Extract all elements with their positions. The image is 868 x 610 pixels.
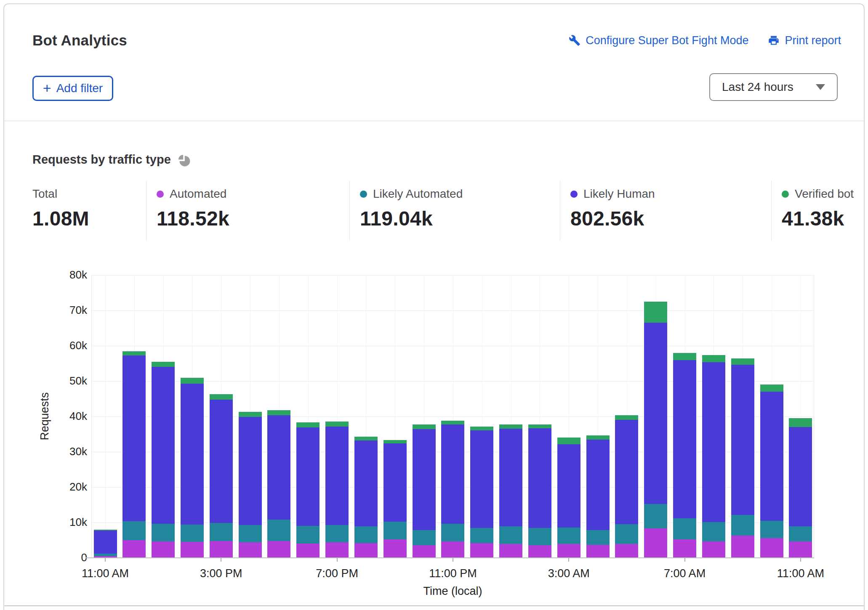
bar-segment-verified-bot-1100am <box>789 418 812 427</box>
stat-value-verified-bot: 41.38k <box>782 207 854 230</box>
bar-segment-likely-human-500am <box>615 420 638 525</box>
bar-segment-likely-human-700pm <box>325 427 349 525</box>
time-range-dropdown[interactable]: Last 24 hours <box>709 73 838 101</box>
bar-segment-likely-automated-200am <box>528 528 551 545</box>
bar-segment-likely-human-1000am <box>760 392 783 521</box>
y-axis-title: Requests <box>38 374 51 459</box>
horizontal-gridline <box>91 346 814 346</box>
bar-segment-automated-1200am <box>470 543 493 558</box>
x-axis-tick-label: 7:00 AM <box>643 567 727 580</box>
bar-segment-verified-bot-500pm <box>267 410 290 416</box>
bar-segment-verified-bot-600pm <box>296 422 320 427</box>
bar-segment-automated-200pm <box>181 542 204 558</box>
bar-segment-verified-bot-800pm <box>354 437 378 440</box>
x-axis-tick <box>221 558 221 562</box>
section-title: Requests by traffic type <box>32 153 171 167</box>
bar-segment-likely-automated-900am <box>731 515 754 536</box>
stat-block-likely-human: Likely Human 802.56k <box>570 187 655 230</box>
x-axis-tick <box>800 558 801 562</box>
bar-segment-likely-human-200am <box>528 428 551 528</box>
bar-segment-verified-bot-700pm <box>325 422 349 427</box>
bar-segment-automated-900am <box>731 536 754 558</box>
requests-by-traffic-type-chart: 010k20k30k40k50k60k70k80k11:00 AM3:00 PM… <box>4 272 865 604</box>
bar-segment-likely-automated-700am <box>673 518 696 539</box>
bar-segment-automated-400pm <box>239 542 262 558</box>
bar-segment-likely-human-100pm <box>152 367 175 524</box>
chart-plot-area <box>91 275 814 558</box>
bar-segment-likely-human-600am <box>644 323 667 504</box>
pie-chart-icon <box>178 152 190 167</box>
bar-segment-automated-1200pm <box>122 540 146 558</box>
bar-segment-verified-bot-600am <box>644 302 667 323</box>
y-axis-tick-label: 20k <box>4 480 87 493</box>
bar-segment-likely-automated-300am <box>557 528 580 544</box>
bar-segment-automated-400am <box>586 545 610 558</box>
print-report-link[interactable]: Print report <box>768 34 841 47</box>
bar-segment-likely-automated-1100am <box>789 526 812 541</box>
bar-segment-likely-automated-900pm <box>383 522 407 539</box>
bar-segment-automated-600am <box>644 528 667 558</box>
bar-segment-likely-human-200pm <box>181 384 204 525</box>
bar-segment-likely-human-1000pm <box>413 429 436 530</box>
x-axis-tick <box>337 558 338 562</box>
bar-segment-automated-700am <box>673 539 696 558</box>
header-divider <box>4 121 864 121</box>
bar-segment-automated-800pm <box>354 543 378 558</box>
bar-segment-automated-1100am <box>789 541 812 558</box>
bar-segment-likely-automated-400pm <box>239 525 262 542</box>
bar-segment-verified-bot-200pm <box>181 378 204 384</box>
x-axis-tick <box>453 558 453 562</box>
bar-segment-verified-bot-100pm <box>152 362 175 367</box>
print-link-label: Print report <box>785 34 841 47</box>
bar-segment-likely-human-700am <box>673 360 696 518</box>
configure-super-bot-fight-mode-link[interactable]: Configure Super Bot Fight Mode <box>569 34 748 47</box>
horizontal-gridline <box>91 275 814 276</box>
bar-segment-likely-automated-1100am <box>94 554 117 556</box>
stat-label: Automated <box>170 187 226 201</box>
bar-segment-automated-700pm <box>325 542 349 558</box>
stat-value-total: 1.08M <box>32 207 89 230</box>
bar-segment-verified-bot-1000am <box>760 385 783 392</box>
y-axis-tick-label: 10k <box>4 516 87 529</box>
bar-segment-likely-automated-1000pm <box>413 530 436 545</box>
stat-value-likely-human: 802.56k <box>570 207 655 230</box>
stat-divider <box>349 181 350 241</box>
header-links: Configure Super Bot Fight Mode Print rep… <box>569 34 841 47</box>
bar-segment-automated-1000am <box>760 538 783 558</box>
stat-value-likely-automated: 119.04k <box>360 207 463 230</box>
bar-segment-likely-automated-200pm <box>181 525 204 542</box>
likely-automated-legend-dot <box>360 191 367 198</box>
bar-segment-likely-human-900am <box>731 365 754 515</box>
stat-label: Total <box>32 187 57 201</box>
bar-segment-verified-bot-200am <box>528 424 551 428</box>
bar-segment-verified-bot-400pm <box>239 412 262 417</box>
chevron-down-icon <box>816 84 825 90</box>
configure-link-label: Configure Super Bot Fight Mode <box>586 34 748 47</box>
bar-segment-likely-automated-500am <box>615 524 638 544</box>
stat-value-automated: 118.52k <box>157 207 229 230</box>
bar-segment-likely-human-300am <box>557 444 580 527</box>
printer-icon <box>768 34 780 46</box>
bar-segment-likely-human-900pm <box>383 443 407 522</box>
bar-segment-likely-human-500pm <box>267 415 290 520</box>
stat-divider <box>146 181 146 241</box>
bar-segment-verified-bot-500am <box>615 415 638 420</box>
bar-segment-automated-600pm <box>296 544 320 558</box>
x-axis-tick-label: 11:00 PM <box>411 567 495 580</box>
likely-human-legend-dot <box>570 191 578 198</box>
y-axis-tick-label: 80k <box>4 268 87 281</box>
bar-segment-verified-bot-900am <box>731 358 754 365</box>
automated-legend-dot <box>157 191 164 198</box>
bar-segment-likely-automated-1200am <box>470 528 493 543</box>
bar-segment-likely-automated-100am <box>499 526 522 544</box>
bar-segment-likely-automated-700pm <box>325 525 349 542</box>
bar-segment-likely-automated-1200pm <box>122 521 146 540</box>
bottom-divider <box>4 605 864 606</box>
bar-segment-likely-human-1100pm <box>441 424 464 524</box>
bar-segment-likely-human-1100am <box>789 427 812 526</box>
bar-segment-likely-human-1100am <box>94 530 117 554</box>
add-filter-button[interactable]: + Add filter <box>32 76 113 101</box>
bar-segment-likely-automated-600am <box>644 504 667 528</box>
stat-block-verified-bot: Verified bot 41.38k <box>782 187 854 230</box>
bar-segment-verified-bot-1200pm <box>122 351 146 355</box>
